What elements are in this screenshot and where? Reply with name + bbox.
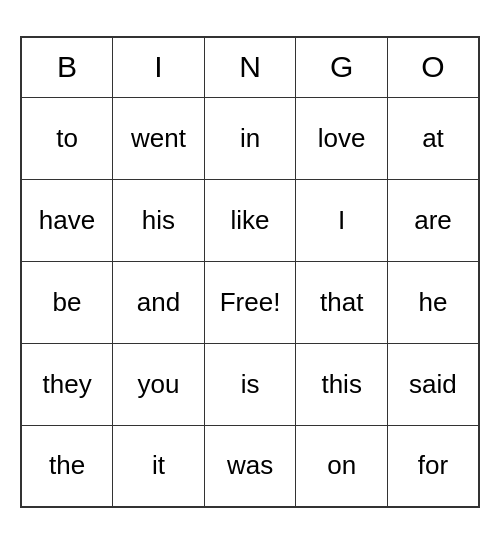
bingo-row-4: theitwasonfor bbox=[21, 425, 479, 507]
header-cell-o: O bbox=[387, 37, 479, 97]
bingo-row-3: theyyouisthissaid bbox=[21, 343, 479, 425]
bingo-cell-2-2: Free! bbox=[204, 261, 296, 343]
bingo-cell-1-2: like bbox=[204, 179, 296, 261]
bingo-cell-1-4: are bbox=[387, 179, 479, 261]
bingo-row-0: towentinloveat bbox=[21, 97, 479, 179]
header-cell-g: G bbox=[296, 37, 388, 97]
bingo-row-2: beandFree!thathe bbox=[21, 261, 479, 343]
bingo-cell-4-2: was bbox=[204, 425, 296, 507]
bingo-cell-0-0: to bbox=[21, 97, 113, 179]
bingo-cell-3-0: they bbox=[21, 343, 113, 425]
bingo-cell-2-3: that bbox=[296, 261, 388, 343]
bingo-cell-0-2: in bbox=[204, 97, 296, 179]
bingo-cell-3-3: this bbox=[296, 343, 388, 425]
bingo-cell-0-4: at bbox=[387, 97, 479, 179]
bingo-cell-1-0: have bbox=[21, 179, 113, 261]
bingo-cell-2-1: and bbox=[113, 261, 205, 343]
bingo-cell-3-1: you bbox=[113, 343, 205, 425]
bingo-cell-0-1: went bbox=[113, 97, 205, 179]
bingo-cell-4-0: the bbox=[21, 425, 113, 507]
bingo-cell-1-1: his bbox=[113, 179, 205, 261]
bingo-cell-4-4: for bbox=[387, 425, 479, 507]
header-row: BINGO bbox=[21, 37, 479, 97]
bingo-cell-3-2: is bbox=[204, 343, 296, 425]
header-cell-n: N bbox=[204, 37, 296, 97]
bingo-cell-4-1: it bbox=[113, 425, 205, 507]
header-cell-i: I bbox=[113, 37, 205, 97]
bingo-cell-0-3: love bbox=[296, 97, 388, 179]
header-cell-b: B bbox=[21, 37, 113, 97]
bingo-cell-2-4: he bbox=[387, 261, 479, 343]
bingo-cell-1-3: I bbox=[296, 179, 388, 261]
bingo-cell-3-4: said bbox=[387, 343, 479, 425]
bingo-cell-2-0: be bbox=[21, 261, 113, 343]
bingo-card: BINGO towentinloveathavehislikeIarebeand… bbox=[20, 36, 480, 508]
bingo-cell-4-3: on bbox=[296, 425, 388, 507]
bingo-row-1: havehislikeIare bbox=[21, 179, 479, 261]
